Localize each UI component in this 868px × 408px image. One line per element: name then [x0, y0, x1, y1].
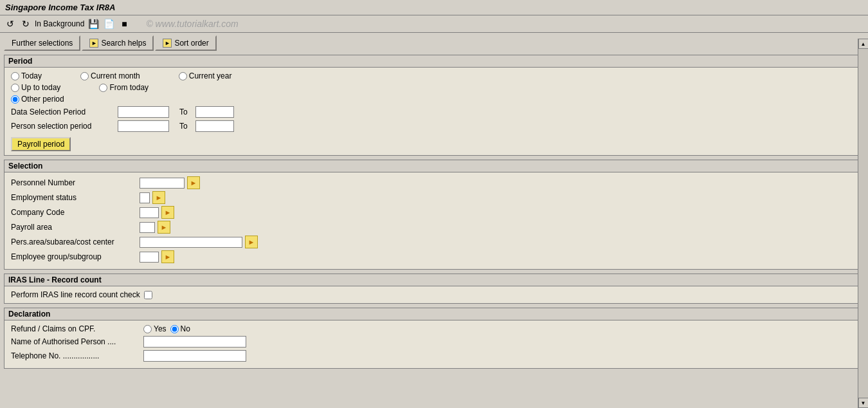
employee-group-input[interactable] — [140, 252, 159, 263]
radio-from-today[interactable]: From today — [99, 83, 149, 92]
selection-body: Personnel Number ► Employment status ► C… — [5, 172, 863, 269]
title-bar: Singapore Income Tax IR8A — [0, 0, 868, 15]
period-section: Period Today Current month Current year — [4, 55, 864, 156]
person-selection-from-input[interactable] — [118, 120, 169, 132]
refund-no[interactable]: No — [170, 324, 190, 333]
employment-status-arrow-btn[interactable]: ► — [152, 191, 165, 204]
employee-group-label: Employee group/subgroup — [11, 252, 140, 261]
radio-today-input[interactable] — [11, 72, 19, 80]
forward-icon[interactable]: ↻ — [19, 17, 32, 30]
refund-no-label: No — [181, 324, 190, 333]
scroll-down-btn[interactable]: ▼ — [858, 398, 869, 408]
in-background-label: In Background — [35, 19, 84, 28]
iras-checkbox-label: Perform IRAS line record count check — [11, 290, 140, 299]
tab-bar: Further selections ► Search helps ► Sort… — [4, 35, 864, 51]
refund-label: Refund / Claims on CPF. — [11, 324, 140, 333]
pers-area-row: Pers.area/subarea/cost center ► — [11, 236, 857, 248]
authorised-person-label: Name of Authorised Person .... — [11, 337, 140, 346]
telephone-row: Telephone No. ................. — [11, 350, 857, 362]
employment-status-label: Employment status — [11, 193, 140, 202]
radio-current-month-input[interactable] — [80, 72, 89, 80]
refund-yes-label: Yes — [154, 324, 167, 333]
personnel-number-arrow-btn[interactable]: ► — [187, 176, 200, 189]
person-selection-row: Person selection period To — [11, 120, 857, 132]
authorised-person-input[interactable] — [143, 336, 246, 348]
data-selection-label: Data Selection Period — [11, 107, 114, 116]
payroll-period-btn[interactable]: Payroll period — [11, 137, 71, 151]
radio-other-period-label: Other period — [21, 95, 64, 104]
data-selection-from-input[interactable] — [118, 106, 169, 118]
employee-group-arrow-btn[interactable]: ► — [161, 250, 174, 263]
period-header: Period — [5, 55, 863, 68]
payroll-area-arrow-btn[interactable]: ► — [158, 221, 170, 234]
declaration-body: Refund / Claims on CPF. Yes No Name of A… — [5, 320, 863, 368]
scroll-up-btn[interactable]: ▲ — [858, 39, 869, 49]
save-icon[interactable]: 💾 — [87, 17, 100, 30]
radio-up-to-today-input[interactable] — [11, 84, 19, 92]
stop-icon[interactable]: ■ — [118, 17, 131, 30]
refund-yes-input[interactable] — [143, 325, 152, 333]
radio-current-month-label: Current month — [91, 71, 140, 80]
iras-checkbox-row: Perform IRAS line record count check — [11, 290, 857, 299]
radio-row-1: Today Current month Current year — [11, 71, 857, 80]
arrow-icon: ► — [190, 179, 197, 187]
refund-row: Refund / Claims on CPF. Yes No — [11, 324, 857, 333]
arrow-icon-2: ► — [156, 194, 163, 201]
person-selection-to-input[interactable] — [195, 120, 234, 132]
tab-search-helps-label: Search helps — [101, 39, 146, 48]
refund-no-input[interactable] — [170, 325, 179, 333]
tab-further-selections[interactable]: Further selections — [4, 35, 80, 51]
radio-today-label: Today — [21, 71, 42, 80]
arrow-icon-3: ► — [165, 209, 172, 216]
tab-sort-order[interactable]: ► Sort order — [155, 35, 216, 51]
refund-yes[interactable]: Yes — [143, 324, 167, 333]
vertical-scrollbar[interactable]: ▲ ▼ — [858, 39, 868, 408]
person-selection-to-label: To — [179, 122, 188, 131]
radio-row-3: Other period — [11, 95, 857, 104]
radio-from-today-input[interactable] — [99, 84, 107, 92]
sort-order-arrow-icon: ► — [163, 39, 172, 48]
arrow-icon-6: ► — [165, 253, 172, 261]
pers-area-arrow-btn[interactable]: ► — [245, 236, 258, 248]
data-selection-to-input[interactable] — [195, 106, 234, 118]
arrow-icon-4: ► — [161, 223, 168, 231]
employment-status-input[interactable] — [140, 192, 150, 203]
payroll-area-input[interactable] — [140, 222, 155, 233]
data-selection-row: Data Selection Period To — [11, 106, 857, 118]
main-content: Further selections ► Search helps ► Sort… — [0, 33, 868, 402]
back-icon[interactable]: ↺ — [4, 17, 17, 30]
personnel-number-label: Personnel Number — [11, 178, 140, 187]
company-code-input[interactable] — [140, 207, 159, 218]
pers-area-input[interactable] — [140, 237, 242, 248]
tab-further-selections-label: Further selections — [12, 39, 73, 48]
radio-up-to-today[interactable]: Up to today — [11, 83, 60, 92]
telephone-input[interactable] — [143, 350, 246, 362]
company-code-arrow-btn[interactable]: ► — [161, 206, 174, 219]
arrow-icon-5: ► — [248, 238, 255, 246]
period-body: Today Current month Current year Up to t… — [5, 68, 863, 155]
radio-other-period[interactable]: Other period — [11, 95, 64, 104]
radio-up-to-today-label: Up to today — [21, 83, 60, 92]
personnel-number-input[interactable] — [140, 178, 185, 189]
watermark: © www.tutorialkart.com — [146, 19, 238, 29]
employment-status-row: Employment status ► — [11, 191, 857, 204]
iras-checkbox[interactable] — [144, 291, 152, 299]
company-code-row: Company Code ► — [11, 206, 857, 219]
refund-radio-group: Yes No — [143, 324, 190, 333]
declaration-section: Declaration Refund / Claims on CPF. Yes … — [4, 308, 864, 369]
radio-current-year-label: Current year — [189, 71, 232, 80]
employee-group-row: Employee group/subgroup ► — [11, 250, 857, 263]
document-icon[interactable]: 📄 — [102, 17, 115, 30]
search-helps-arrow-icon: ► — [89, 39, 98, 48]
iras-body: Perform IRAS line record count check — [5, 286, 863, 303]
in-background-btn[interactable]: In Background — [35, 19, 84, 28]
authorised-person-row: Name of Authorised Person .... — [11, 336, 857, 348]
radio-today[interactable]: Today — [11, 71, 42, 80]
radio-current-year[interactable]: Current year — [179, 71, 232, 80]
payroll-btn-row: Payroll period — [11, 134, 857, 151]
radio-other-period-input[interactable] — [11, 95, 19, 104]
radio-current-year-input[interactable] — [179, 72, 187, 80]
declaration-header: Declaration — [5, 308, 863, 320]
radio-current-month[interactable]: Current month — [80, 71, 140, 80]
tab-search-helps[interactable]: ► Search helps — [82, 35, 154, 51]
